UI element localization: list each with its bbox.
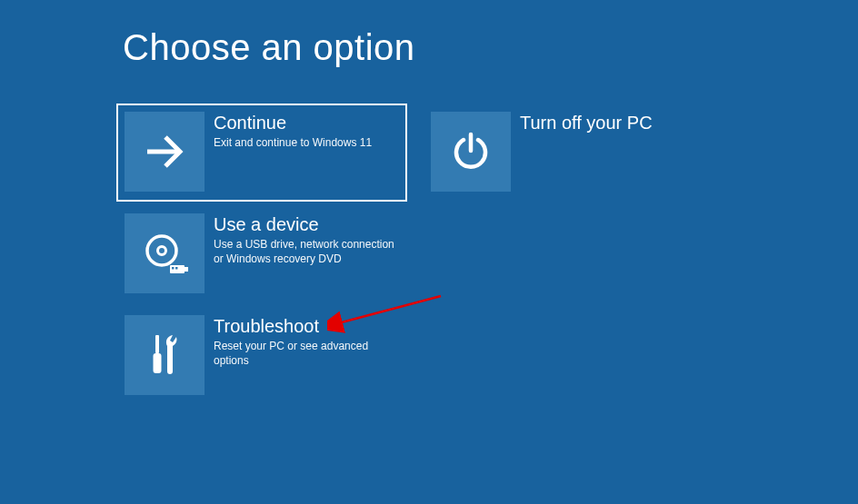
disc-usb-icon xyxy=(125,213,205,293)
power-icon xyxy=(431,112,511,192)
svg-rect-7 xyxy=(185,267,188,272)
option-continue[interactable]: Continue Exit and continue to Windows 11 xyxy=(116,104,407,202)
option-turn-off[interactable]: Turn off your PC xyxy=(423,104,713,202)
svg-rect-9 xyxy=(154,353,162,373)
option-desc: Exit and continue to Windows 11 xyxy=(214,135,372,150)
svg-rect-8 xyxy=(155,335,159,353)
option-title: Troubleshoot xyxy=(214,315,399,337)
option-use-device-text: Use a device Use a USB drive, network co… xyxy=(214,213,399,266)
svg-rect-5 xyxy=(172,267,175,270)
option-troubleshoot[interactable]: Troubleshoot Reset your PC or see advanc… xyxy=(116,307,407,405)
option-troubleshoot-text: Troubleshoot Reset your PC or see advanc… xyxy=(214,315,399,368)
tools-icon xyxy=(125,315,205,395)
option-continue-text: Continue Exit and continue to Windows 11 xyxy=(214,112,372,150)
option-use-device[interactable]: Use a device Use a USB drive, network co… xyxy=(116,205,407,303)
recovery-environment-screen: Choose an option Continue Exit and conti… xyxy=(0,0,858,504)
svg-point-2 xyxy=(147,236,176,265)
option-desc: Reset your PC or see advanced options xyxy=(214,339,399,368)
option-title: Turn off your PC xyxy=(520,112,653,133)
option-turn-off-text: Turn off your PC xyxy=(520,112,653,135)
option-title: Continue xyxy=(214,112,372,133)
svg-rect-6 xyxy=(175,267,178,270)
svg-point-3 xyxy=(158,247,166,255)
arrow-right-icon xyxy=(125,112,205,192)
option-title: Use a device xyxy=(214,213,399,235)
page-title: Choose an option xyxy=(123,27,415,68)
option-desc: Use a USB drive, network connection or W… xyxy=(214,237,399,266)
